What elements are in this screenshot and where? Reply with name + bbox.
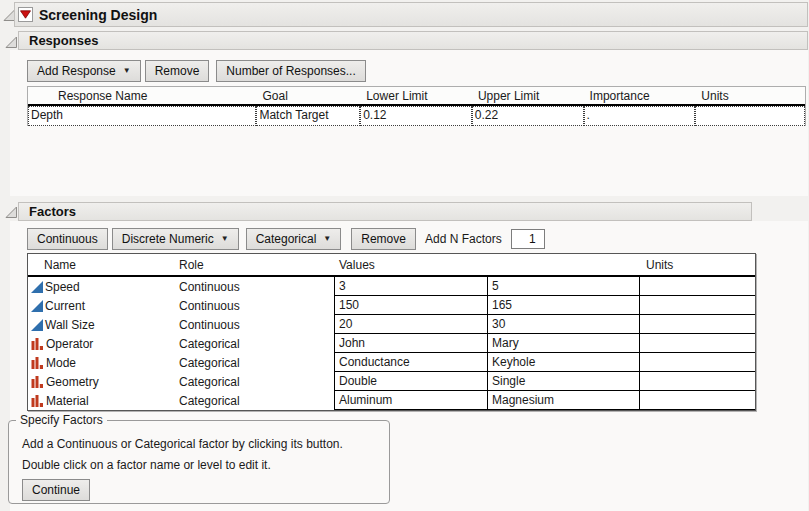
- response-upper-limit-cell[interactable]: 0.22: [472, 106, 584, 126]
- screening-design-header[interactable]: Screening Design: [14, 2, 808, 27]
- factor-value1-cell[interactable]: Aluminum: [334, 391, 487, 410]
- red-triangle-icon: [20, 10, 31, 19]
- factor-name-cell[interactable]: Material: [28, 391, 176, 410]
- continuous-button-label: Continuous: [37, 232, 98, 246]
- factor-value1-cell[interactable]: 150: [334, 296, 487, 315]
- col-response-name: Response Name: [28, 89, 256, 103]
- factor-name-cell[interactable]: Wall Size: [28, 315, 176, 334]
- factor-value2-cell[interactable]: 165: [487, 296, 639, 315]
- factor-value1-cell[interactable]: Double: [334, 372, 487, 391]
- categorical-factor-icon: [31, 356, 44, 369]
- discrete-numeric-button[interactable]: Discrete Numeric ▼: [112, 228, 239, 250]
- factor-value2-cell[interactable]: 30: [487, 315, 639, 334]
- remove-response-button[interactable]: Remove: [145, 60, 210, 82]
- col-name: Name: [28, 258, 176, 272]
- categorical-factor-icon: [31, 337, 44, 350]
- factors-section-header[interactable]: Factors: [18, 202, 752, 221]
- factor-value2-cell[interactable]: Mary: [487, 334, 639, 353]
- factor-role-cell[interactable]: Categorical: [176, 353, 334, 372]
- response-goal-cell[interactable]: Match Target: [256, 106, 360, 126]
- factor-name-label: Operator: [46, 337, 93, 351]
- factor-units-cell[interactable]: [639, 296, 755, 315]
- factor-units-cell[interactable]: [639, 391, 755, 410]
- factor-value1-cell[interactable]: 20: [334, 315, 487, 334]
- col-upper-limit: Upper Limit: [472, 89, 584, 103]
- continuous-button[interactable]: Continuous: [27, 228, 108, 250]
- factor-table-row: Material Categorical Aluminum Magnesium: [28, 391, 755, 410]
- add-response-button[interactable]: Add Response ▼: [27, 60, 141, 82]
- factors-button-row: Continuous Discrete Numeric ▼ Categorica…: [27, 228, 545, 250]
- factor-name-cell[interactable]: Current: [28, 296, 176, 315]
- factor-role-cell[interactable]: Categorical: [176, 334, 334, 353]
- remove-factor-button[interactable]: Remove: [351, 228, 416, 250]
- factor-name-label: Geometry: [46, 375, 99, 389]
- factors-disclosure-icon[interactable]: [5, 206, 18, 219]
- response-table-row: Depth Match Target 0.12 0.22 .: [28, 106, 805, 126]
- factor-name-cell[interactable]: Speed: [28, 277, 176, 296]
- factor-table-row: Operator Categorical John Mary: [28, 334, 755, 353]
- remove-response-label: Remove: [155, 64, 200, 78]
- responses-table-header: Response Name Goal Lower Limit Upper Lim…: [28, 87, 805, 106]
- factors-section-title: Factors: [29, 204, 76, 219]
- factor-value2-cell[interactable]: 5: [487, 277, 639, 296]
- remove-factor-label: Remove: [361, 232, 406, 246]
- factor-role-cell[interactable]: Continuous: [176, 315, 334, 334]
- factor-value2-cell[interactable]: Magnesium: [487, 391, 639, 410]
- responses-section-header[interactable]: Responses: [18, 31, 808, 50]
- factor-units-cell[interactable]: [639, 353, 755, 372]
- factor-name-cell[interactable]: Mode: [28, 353, 176, 372]
- col-goal: Goal: [256, 89, 360, 103]
- dropdown-arrow-icon: ▼: [123, 67, 131, 75]
- factor-name-cell[interactable]: Geometry: [28, 372, 176, 391]
- dropdown-arrow-icon: ▼: [323, 235, 331, 243]
- specify-factors-group: Specify Factors Add a Continuous or Cate…: [8, 420, 390, 504]
- add-n-factors-input[interactable]: [511, 229, 545, 249]
- factor-value1-cell[interactable]: Conductance: [334, 353, 487, 372]
- specify-factors-group-title: Specify Factors: [16, 413, 107, 427]
- continuous-factor-icon: [31, 319, 43, 331]
- factor-name-label: Speed: [45, 280, 80, 294]
- factor-name-label: Current: [45, 299, 85, 313]
- responses-table: Response Name Goal Lower Limit Upper Lim…: [27, 86, 806, 126]
- factor-units-cell[interactable]: [639, 315, 755, 334]
- categorical-button[interactable]: Categorical ▼: [246, 228, 342, 250]
- responses-section-title: Responses: [29, 33, 98, 48]
- add-response-label: Add Response: [37, 64, 116, 78]
- factor-role-cell[interactable]: Categorical: [176, 391, 334, 410]
- factor-units-cell[interactable]: [639, 334, 755, 353]
- factor-units-cell[interactable]: [639, 277, 755, 296]
- factor-units-cell[interactable]: [639, 372, 755, 391]
- red-triangle-menu-button[interactable]: [18, 7, 33, 22]
- responses-button-row: Add Response ▼ Remove Number of Response…: [27, 60, 366, 82]
- factor-table-row: Wall Size Continuous 20 30: [28, 315, 755, 334]
- discrete-numeric-label: Discrete Numeric: [122, 232, 214, 246]
- factor-name-label: Material: [46, 394, 89, 408]
- number-of-responses-label: Number of Responses...: [226, 64, 355, 78]
- add-n-factors-label: Add N Factors: [425, 232, 502, 246]
- factors-table-header: Name Role Values Units: [28, 254, 755, 277]
- col-role: Role: [176, 258, 334, 272]
- factor-value2-cell[interactable]: Keyhole: [487, 353, 639, 372]
- specify-factors-help-line1: Add a Continuous or Categorical factor b…: [22, 434, 389, 455]
- factor-role-cell[interactable]: Continuous: [176, 296, 334, 315]
- col-lower-limit: Lower Limit: [360, 89, 472, 103]
- factor-name-cell[interactable]: Operator: [28, 334, 176, 353]
- factor-role-cell[interactable]: Continuous: [176, 277, 334, 296]
- factor-table-row: Mode Categorical Conductance Keyhole: [28, 353, 755, 372]
- factor-value2-cell[interactable]: Single: [487, 372, 639, 391]
- response-lower-limit-cell[interactable]: 0.12: [360, 106, 472, 126]
- responses-disclosure-icon[interactable]: [5, 36, 18, 49]
- dropdown-arrow-icon: ▼: [221, 235, 229, 243]
- factor-value1-cell[interactable]: 3: [334, 277, 487, 296]
- response-units-cell[interactable]: [695, 106, 805, 126]
- col-values: Values: [334, 258, 639, 272]
- continue-button[interactable]: Continue: [22, 479, 90, 501]
- number-of-responses-button[interactable]: Number of Responses...: [216, 60, 365, 82]
- factor-value1-cell[interactable]: John: [334, 334, 487, 353]
- factor-role-cell[interactable]: Categorical: [176, 372, 334, 391]
- response-name-cell[interactable]: Depth: [28, 106, 256, 126]
- response-importance-cell[interactable]: .: [584, 106, 696, 126]
- factors-table: Name Role Values Units Speed Continuous …: [27, 253, 756, 411]
- continuous-factor-icon: [31, 300, 43, 312]
- continuous-factor-icon: [31, 281, 43, 293]
